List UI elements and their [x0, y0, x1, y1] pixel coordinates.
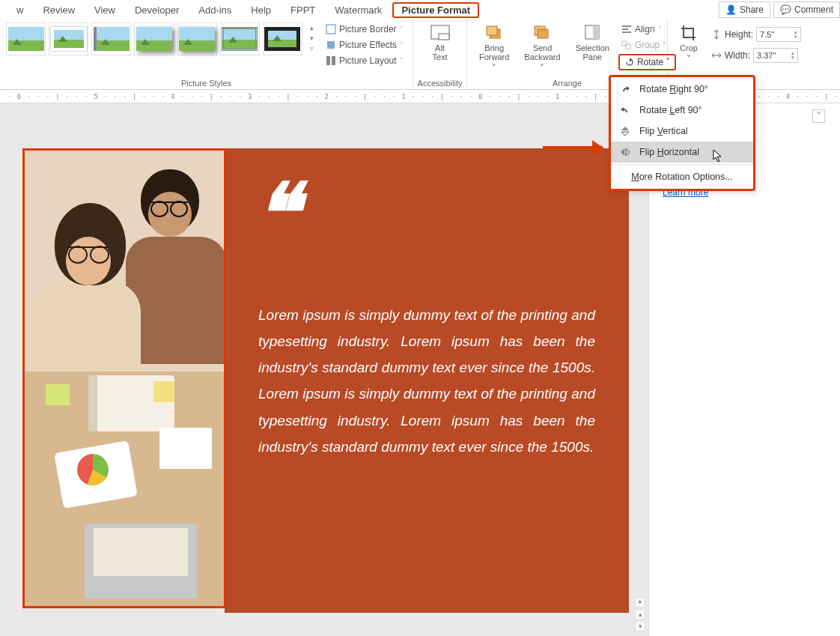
mouse-cursor — [713, 149, 723, 165]
svg-rect-9 — [538, 29, 548, 38]
send-backward-label: Send Backward — [524, 43, 560, 61]
alt-text-icon — [430, 24, 451, 42]
group-picture-styles: ▴ ▾ ▿ Picture Border˅ Picture Effects˅ P… — [0, 19, 413, 89]
more-rotation-options-item[interactable]: More Rotation Options... — [611, 166, 753, 187]
crop-label: Crop — [680, 43, 698, 52]
flip-horizontal-icon — [618, 147, 632, 157]
style-thumb-4[interactable] — [134, 22, 174, 55]
flip-vertical-item[interactable]: Flip Vertical — [611, 121, 753, 142]
height-icon — [711, 29, 722, 40]
tab-help[interactable]: Help — [242, 1, 280, 19]
picture-content — [25, 151, 224, 606]
dropdown-separator — [611, 164, 753, 165]
prev-slide-button[interactable]: ▴ — [635, 609, 645, 620]
flip-horizontal-item[interactable]: Flip Horizontal — [611, 142, 753, 163]
rotate-right-90-item[interactable]: Rotate Right 90° — [611, 79, 753, 100]
tab-addins[interactable]: Add-ins — [189, 1, 240, 19]
height-label: Height: — [725, 29, 753, 40]
bring-forward-button[interactable]: Bring Forward˅ — [473, 22, 515, 74]
style-thumb-3[interactable] — [91, 22, 131, 55]
picture-effects-button[interactable]: Picture Effects˅ — [323, 38, 407, 52]
svg-rect-1 — [327, 41, 335, 49]
picture-border-button[interactable]: Picture Border˅ — [323, 22, 407, 36]
picture-layout-label: Picture Layout — [339, 55, 397, 66]
rotate-left-90-item[interactable]: Rotate Left 90° — [611, 100, 753, 121]
send-backward-icon — [532, 24, 552, 42]
annotation-arrow — [543, 146, 603, 150]
share-label: Share — [740, 4, 764, 15]
style-thumb-5[interactable] — [177, 22, 217, 55]
crop-icon — [680, 24, 698, 42]
group-accessibility: Alt Text Accessibility — [413, 19, 467, 89]
comment-icon: 💬 — [780, 4, 791, 15]
tab-review[interactable]: Review — [34, 1, 84, 19]
group-icon — [621, 40, 632, 49]
next-slide-button[interactable]: ▾ — [635, 621, 645, 632]
svg-rect-7 — [487, 26, 497, 35]
alt-text-button[interactable]: Alt Text — [424, 22, 457, 63]
group-btn-label: Group — [635, 40, 660, 50]
effects-icon — [326, 40, 336, 50]
picture-border-label: Picture Border — [339, 24, 397, 34]
style-thumb-2[interactable] — [49, 22, 88, 55]
send-backward-button[interactable]: Send Backward˅ — [518, 22, 566, 74]
rotate-dropdown: Rotate Right 90° Rotate Left 90° Flip Ve… — [609, 75, 755, 191]
width-label: Width: — [725, 50, 750, 61]
pane-expand-icon[interactable]: ˅ — [812, 109, 825, 123]
width-value: 3.37" — [757, 51, 776, 60]
styles-more-launch[interactable]: ▿ — [308, 43, 315, 54]
rotate-right-label: Rotate Right 90° — [639, 84, 708, 94]
picture-layout-button[interactable]: Picture Layout˅ — [323, 54, 407, 67]
crop-button[interactable]: Crop ˅ — [674, 22, 704, 65]
tab-picture-format[interactable]: Picture Format — [392, 2, 479, 18]
share-icon: 👤 — [725, 4, 737, 15]
rotate-right-icon — [618, 84, 632, 94]
style-thumb-7[interactable] — [263, 22, 302, 55]
style-thumb-1[interactable] — [6, 22, 46, 55]
bring-forward-icon — [484, 24, 504, 42]
quote-decoration: ❝ — [255, 190, 278, 239]
tab-partial[interactable]: w — [7, 1, 32, 19]
share-button[interactable]: 👤 Share — [719, 1, 770, 18]
width-icon — [711, 50, 722, 61]
picture-effects-label: Picture Effects — [339, 40, 397, 50]
selection-pane-label: Selection Pane — [576, 43, 609, 61]
tab-watermark[interactable]: Watermark — [326, 1, 391, 19]
ribbon-tabs: w Review View Developer Add-ins Help FPP… — [0, 0, 840, 19]
rotate-left-label: Rotate Left 90° — [639, 105, 702, 115]
svg-rect-2 — [326, 56, 330, 65]
svg-rect-11 — [593, 25, 599, 39]
selection-pane-button[interactable]: Selection Pane — [570, 22, 615, 63]
height-control[interactable]: Height: 7.5"▴▾ — [711, 27, 801, 42]
selection-pane-icon — [584, 24, 600, 42]
tab-view[interactable]: View — [85, 1, 124, 19]
style-thumb-6[interactable] — [220, 22, 260, 55]
tab-fppt[interactable]: FPPT — [281, 1, 324, 19]
width-control[interactable]: Width: 3.37"▴▾ — [711, 48, 801, 63]
flip-vertical-icon — [618, 126, 632, 136]
svg-rect-5 — [439, 34, 449, 40]
group-label-accessibility: Accessibility — [413, 79, 466, 88]
rotate-icon — [624, 58, 635, 67]
slide[interactable]: ❝ Lorem ipsum is simply dummy text of th… — [0, 148, 636, 635]
selected-picture[interactable] — [22, 148, 226, 608]
styles-more-down[interactable]: ▾ — [308, 33, 315, 43]
align-label: Align — [635, 24, 655, 34]
rotate-left-icon — [618, 105, 632, 115]
slide-body-text: Lorem ipsum is simply dummy text of the … — [258, 302, 595, 460]
align-icon — [621, 25, 632, 34]
styles-more-up[interactable]: ▴ — [308, 22, 315, 33]
pen-border-icon — [326, 24, 336, 34]
group-label-picture-styles: Picture Styles — [0, 79, 413, 88]
bring-forward-label: Bring Forward — [479, 43, 509, 61]
comment-button[interactable]: 💬 Comment — [773, 1, 840, 18]
more-rotation-label: More Rotation Options... — [631, 172, 733, 182]
fit-slide-button[interactable]: ✦ — [635, 597, 645, 608]
alt-text-label: Alt Text — [432, 43, 447, 61]
layout-icon — [326, 55, 336, 66]
tab-developer[interactable]: Developer — [126, 1, 188, 19]
height-value: 7.5" — [760, 30, 774, 39]
svg-rect-0 — [326, 25, 335, 34]
slide-nav-buttons: ✦ ▴ ▾ — [635, 597, 645, 632]
comment-label: Comment — [794, 4, 833, 15]
